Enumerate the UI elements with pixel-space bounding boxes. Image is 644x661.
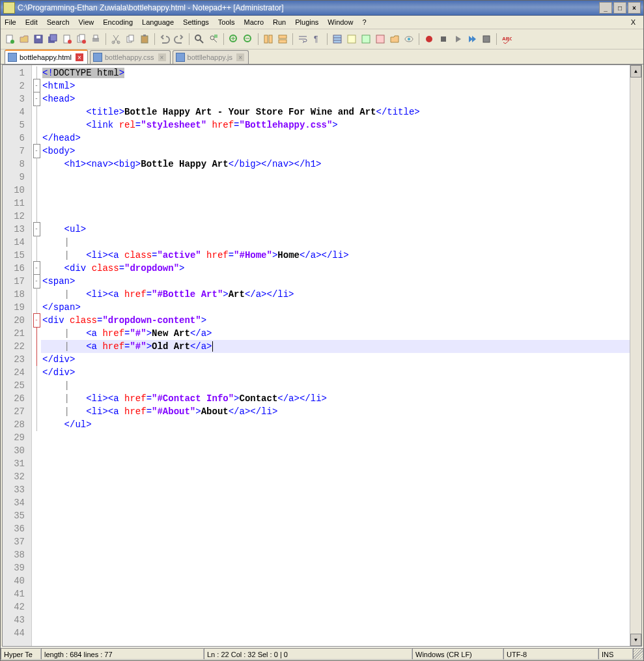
svg-rect-32 bbox=[376, 35, 384, 43]
func-list-icon[interactable] bbox=[374, 33, 387, 46]
svg-rect-31 bbox=[362, 35, 370, 43]
record-icon[interactable] bbox=[423, 33, 436, 46]
zoom-out-icon[interactable] bbox=[242, 33, 255, 46]
save-all-icon[interactable] bbox=[46, 33, 59, 46]
line-numbers: 1234567891011121314151617181920212223242… bbox=[3, 65, 32, 646]
status-lang: Hyper Te bbox=[1, 648, 41, 660]
svg-rect-29 bbox=[333, 35, 341, 43]
svg-rect-5 bbox=[50, 35, 57, 41]
menu-language[interactable]: Language bbox=[142, 18, 174, 26]
menu-encoding[interactable]: Encoding bbox=[103, 18, 133, 26]
wrap-icon[interactable] bbox=[296, 33, 309, 46]
tab-bottllehappy-js[interactable]: bottllehappy.js × bbox=[173, 50, 249, 64]
stop-icon[interactable] bbox=[437, 33, 450, 46]
tab-label: bottlehappy.html bbox=[20, 53, 72, 61]
play-icon[interactable] bbox=[451, 33, 464, 46]
print-icon[interactable] bbox=[89, 33, 102, 46]
play-multi-icon[interactable] bbox=[466, 33, 479, 46]
svg-rect-25 bbox=[269, 35, 272, 43]
svg-point-35 bbox=[426, 36, 432, 42]
sync-h-icon[interactable] bbox=[276, 33, 289, 46]
menu-tools[interactable]: Tools bbox=[218, 18, 235, 26]
svg-rect-3 bbox=[36, 36, 40, 38]
show-chars-icon[interactable]: ¶ bbox=[311, 33, 324, 46]
cut-icon[interactable] bbox=[109, 33, 122, 46]
svg-rect-30 bbox=[348, 35, 356, 43]
svg-point-1 bbox=[10, 40, 14, 44]
svg-rect-26 bbox=[279, 35, 287, 38]
tab-close-icon[interactable]: × bbox=[76, 53, 83, 61]
menu-file[interactable]: File bbox=[5, 18, 16, 26]
svg-rect-24 bbox=[264, 35, 268, 43]
tab-bottlehappy-css[interactable]: bottlehappy.css × bbox=[90, 50, 171, 64]
new-file-icon[interactable] bbox=[3, 33, 16, 46]
svg-point-13 bbox=[112, 41, 115, 44]
status-eol: Windows (CR LF) bbox=[412, 648, 503, 660]
folder-icon[interactable] bbox=[388, 33, 401, 46]
scroll-up-icon[interactable]: ▲ bbox=[630, 65, 641, 77]
indent-guide-icon[interactable] bbox=[331, 33, 344, 46]
tab-label: bottlehappy.css bbox=[105, 53, 154, 61]
tab-close-icon[interactable]: × bbox=[236, 53, 244, 61]
find-icon[interactable] bbox=[193, 33, 206, 46]
menu-window[interactable]: Window bbox=[328, 18, 353, 26]
window-title: C:\Programming-Ethan Zuwiala\bottlehappy… bbox=[18, 3, 599, 12]
menu-x[interactable]: X bbox=[631, 18, 636, 26]
app-window: C:\Programming-Ethan Zuwiala\bottlehappy… bbox=[0, 0, 644, 661]
scroll-down-icon[interactable]: ▼ bbox=[630, 634, 641, 646]
open-file-icon[interactable] bbox=[18, 33, 31, 46]
status-enc: UTF-8 bbox=[503, 648, 598, 660]
menu-macro[interactable]: Macro bbox=[244, 18, 264, 26]
svg-rect-36 bbox=[441, 36, 446, 42]
menu-plugins[interactable]: Plugins bbox=[295, 18, 318, 26]
file-icon bbox=[176, 53, 185, 62]
code-area[interactable]: <!DOCTYPE html><html><head> <title>Bottl… bbox=[41, 65, 630, 646]
maximize-button[interactable]: □ bbox=[613, 2, 626, 14]
menu-help[interactable]: ? bbox=[362, 18, 366, 26]
menubar: File Edit Search View Encoding Language … bbox=[1, 16, 643, 29]
monitor-icon[interactable] bbox=[402, 33, 415, 46]
tabbar: bottlehappy.html × bottlehappy.css × bot… bbox=[1, 49, 643, 64]
menu-edit[interactable]: Edit bbox=[25, 18, 38, 26]
menu-run[interactable]: Run bbox=[273, 18, 286, 26]
svg-rect-16 bbox=[129, 35, 133, 41]
menu-view[interactable]: View bbox=[79, 18, 94, 26]
minimize-button[interactable]: _ bbox=[599, 2, 612, 14]
save-icon[interactable] bbox=[32, 33, 45, 46]
svg-point-34 bbox=[408, 38, 410, 40]
spellcheck-icon[interactable]: ABC bbox=[500, 33, 513, 46]
titlebar[interactable]: C:\Programming-Ethan Zuwiala\bottlehappy… bbox=[1, 1, 643, 16]
close-file-icon[interactable] bbox=[61, 33, 74, 46]
zoom-in-icon[interactable] bbox=[227, 33, 240, 46]
doc-map-icon[interactable] bbox=[359, 33, 372, 46]
lang-icon[interactable] bbox=[345, 33, 358, 46]
status-pos: Ln : 22 Col : 32 Sel : 0 | 0 bbox=[204, 648, 412, 660]
save-macro-icon[interactable] bbox=[480, 33, 493, 46]
file-icon bbox=[93, 53, 102, 62]
fold-column[interactable]: ------- bbox=[32, 65, 41, 646]
close-button[interactable]: × bbox=[628, 2, 641, 14]
tab-bottlehappy-html[interactable]: bottlehappy.html × bbox=[5, 49, 88, 64]
status-length: length : 684 lines : 77 bbox=[41, 648, 204, 660]
sync-v-icon[interactable] bbox=[262, 33, 275, 46]
close-all-icon[interactable] bbox=[75, 33, 88, 46]
app-icon bbox=[3, 2, 15, 14]
tab-close-icon[interactable]: × bbox=[158, 53, 166, 61]
menu-search[interactable]: Search bbox=[47, 18, 70, 26]
svg-rect-27 bbox=[279, 40, 287, 43]
tab-label: bottllehappy.js bbox=[188, 53, 233, 61]
resize-grip[interactable] bbox=[633, 648, 643, 660]
paste-icon[interactable] bbox=[138, 33, 151, 46]
status-ins: INS bbox=[598, 648, 633, 660]
toolbar: ¶ ABC bbox=[1, 29, 643, 49]
v-scrollbar[interactable]: ▲ ▼ bbox=[630, 65, 641, 646]
svg-rect-37 bbox=[483, 36, 490, 42]
redo-icon[interactable] bbox=[173, 33, 186, 46]
undo-icon[interactable] bbox=[158, 33, 171, 46]
svg-point-19 bbox=[195, 35, 201, 40]
menu-settings[interactable]: Settings bbox=[183, 18, 209, 26]
svg-point-14 bbox=[117, 41, 120, 44]
replace-icon[interactable] bbox=[207, 33, 220, 46]
copy-icon[interactable] bbox=[124, 33, 137, 46]
code-editor[interactable]: 1234567891011121314151617181920212223242… bbox=[2, 64, 642, 647]
